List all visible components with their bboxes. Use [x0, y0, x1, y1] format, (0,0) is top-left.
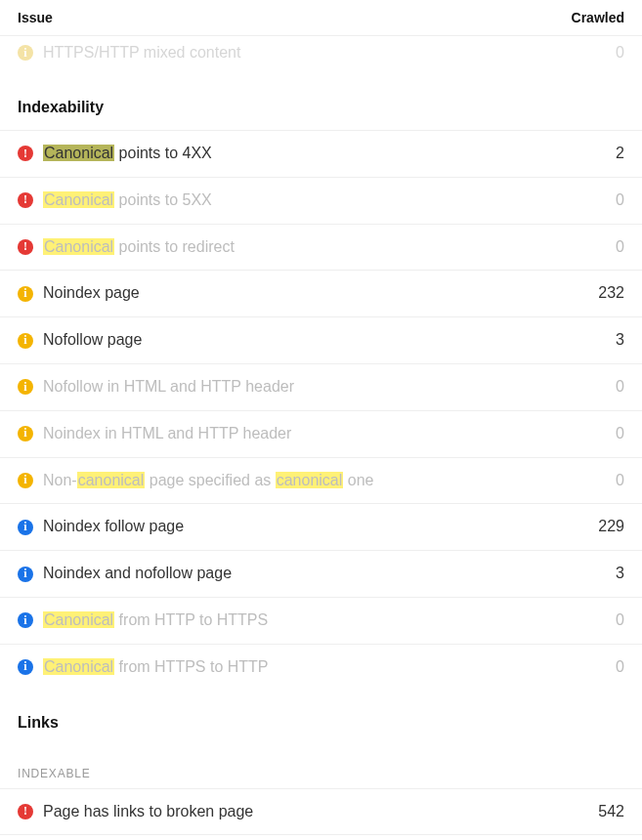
- issue-count: 542: [598, 802, 624, 822]
- issue-row[interactable]: !Canonical points to 5XX0: [0, 177, 642, 224]
- col-issue: Issue: [18, 10, 53, 25]
- issue-row[interactable]: !Page has links to broken page542: [0, 788, 642, 835]
- info-icon: i: [18, 612, 33, 628]
- issue-label: Canonical from HTTPS to HTTP: [43, 657, 269, 678]
- info-icon: i: [18, 520, 33, 535]
- issue-count: 0: [616, 237, 624, 258]
- issue-label: Noindex page: [43, 283, 140, 304]
- warn-icon: i: [18, 379, 33, 395]
- issue-count: 0: [616, 377, 624, 398]
- warn-icon: i: [18, 333, 33, 349]
- info-icon: i: [18, 567, 33, 582]
- table-header: Issue Crawled: [0, 0, 642, 36]
- section-title: Links: [0, 691, 642, 745]
- error-icon: !: [18, 146, 33, 161]
- issue-row[interactable]: iCanonical from HTTPS to HTTP0: [0, 644, 642, 691]
- issue-label: Nofollow in HTML and HTTP header: [43, 377, 294, 398]
- error-icon: !: [18, 804, 33, 819]
- warn-icon: i: [18, 286, 33, 302]
- issue-row[interactable]: !Canonical points to redirect0: [0, 224, 642, 271]
- issue-row[interactable]: iNoindex in HTML and HTTP header0: [0, 410, 642, 457]
- issue-row[interactable]: iCanonical from HTTP to HTTPS0: [0, 597, 642, 644]
- issue-label: Canonical points to 4XX: [43, 144, 212, 164]
- issue-label: Nofollow page: [43, 330, 142, 351]
- issue-count: 232: [598, 283, 624, 304]
- issue-row[interactable]: !Canonical URL has no incoming internal …: [0, 834, 642, 840]
- issue-count: 0: [616, 657, 624, 678]
- issue-count: 2: [616, 144, 624, 164]
- warn-icon: i: [18, 426, 33, 441]
- issue-count: 3: [616, 564, 624, 584]
- warn-icon: i: [18, 473, 33, 488]
- subsection-label: INDEXABLE: [0, 745, 642, 788]
- issue-label: Canonical points to redirect: [43, 237, 235, 258]
- issue-row[interactable]: iNofollow page3: [0, 316, 642, 363]
- col-crawled: Crawled: [572, 10, 624, 25]
- issue-label: Noindex follow page: [43, 517, 184, 537]
- issue-label: Noindex and nofollow page: [43, 564, 232, 584]
- issue-row[interactable]: iNofollow in HTML and HTTP header0: [0, 363, 642, 410]
- issue-label: HTTPS/HTTP mixed content: [43, 44, 240, 62]
- issue-row[interactable]: iNon-canonical page specified as canonic…: [0, 457, 642, 504]
- issue-count: 0: [616, 44, 624, 62]
- issue-label: Noindex in HTML and HTTP header: [43, 424, 291, 444]
- section-title: Indexability: [0, 75, 642, 130]
- issue-row[interactable]: !Canonical points to 4XX2: [0, 130, 642, 177]
- issue-row[interactable]: iNoindex page232: [0, 270, 642, 316]
- issue-count: 0: [616, 424, 624, 444]
- issue-count: 0: [616, 610, 624, 631]
- issue-row[interactable]: iNoindex and nofollow page3: [0, 550, 642, 597]
- issue-label: Non-canonical page specified as canonica…: [43, 471, 373, 491]
- issue-label: Canonical from HTTP to HTTPS: [43, 610, 268, 631]
- error-icon: !: [18, 239, 33, 255]
- issue-row-faded[interactable]: i HTTPS/HTTP mixed content 0: [0, 36, 642, 75]
- error-icon: !: [18, 192, 33, 208]
- issue-row[interactable]: iNoindex follow page229: [0, 503, 642, 550]
- warn-icon: i: [18, 45, 33, 61]
- issue-label: Canonical points to 5XX: [43, 190, 212, 211]
- issue-count: 0: [616, 471, 624, 491]
- issue-count: 3: [616, 330, 624, 351]
- issue-label: Page has links to broken page: [43, 802, 253, 822]
- info-icon: i: [18, 659, 33, 675]
- issue-count: 229: [598, 517, 624, 537]
- issue-count: 0: [616, 190, 624, 211]
